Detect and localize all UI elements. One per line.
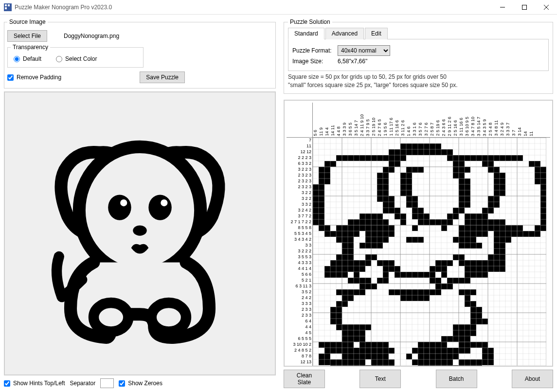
svg-rect-97 <box>377 178 383 184</box>
svg-rect-233 <box>324 231 330 237</box>
show-hints-check[interactable]: Show Hints Top/Left <box>4 380 65 387</box>
svg-rect-381 <box>359 289 365 295</box>
separator-input[interactable] <box>100 378 114 388</box>
svg-rect-149 <box>488 202 494 208</box>
svg-rect-380 <box>354 289 359 295</box>
tab-edit[interactable]: Edit <box>365 28 388 39</box>
svg-rect-374 <box>435 284 441 289</box>
select-file-button[interactable]: Select File <box>7 30 47 42</box>
svg-rect-69 <box>319 167 324 173</box>
close-button[interactable] <box>535 0 557 15</box>
svg-rect-275 <box>348 243 354 249</box>
svg-rect-503 <box>424 354 430 359</box>
svg-rect-428 <box>470 324 476 330</box>
svg-rect-417 <box>476 319 482 324</box>
svg-rect-56 <box>505 155 511 161</box>
svg-rect-520 <box>377 359 383 365</box>
svg-rect-31 <box>435 149 441 155</box>
svg-rect-518 <box>359 359 365 365</box>
svg-rect-137 <box>465 196 470 202</box>
remove-padding-check[interactable]: Remove Padding <box>7 74 61 81</box>
svg-rect-243 <box>389 231 395 237</box>
show-zeroes-check[interactable]: Show Zeroes <box>119 380 162 387</box>
svg-rect-36 <box>348 155 354 161</box>
tab-standard[interactable]: Standard <box>288 28 324 39</box>
svg-rect-183 <box>319 219 324 225</box>
clean-slate-button[interactable]: Clean Slate <box>284 370 325 388</box>
svg-rect-276 <box>359 243 365 249</box>
svg-rect-22 <box>435 143 441 149</box>
svg-rect-499 <box>377 354 383 359</box>
svg-rect-402 <box>336 301 342 307</box>
svg-rect-296 <box>459 254 465 260</box>
svg-rect-247 <box>476 231 482 237</box>
svg-rect-393 <box>470 289 476 295</box>
svg-rect-228 <box>505 225 511 231</box>
svg-rect-522 <box>389 359 395 365</box>
svg-rect-464 <box>470 342 476 348</box>
svg-rect-224 <box>482 225 488 231</box>
svg-rect-161 <box>482 208 488 214</box>
svg-rect-2 <box>8 4 10 6</box>
svg-rect-528 <box>441 359 447 365</box>
svg-rect-61 <box>389 161 395 167</box>
tab-advanced[interactable]: Advanced <box>325 28 364 39</box>
svg-rect-386 <box>412 289 418 295</box>
svg-rect-229 <box>511 225 517 231</box>
svg-rect-218 <box>412 225 418 231</box>
svg-rect-262 <box>377 237 383 243</box>
svg-rect-320 <box>500 260 505 266</box>
svg-rect-250 <box>500 231 505 237</box>
svg-rect-107 <box>313 184 319 190</box>
svg-rect-37 <box>354 155 359 161</box>
svg-rect-340 <box>500 266 505 272</box>
size-value: 6,58"x7,66" <box>338 58 367 65</box>
svg-rect-208 <box>336 225 342 231</box>
svg-rect-418 <box>482 319 488 324</box>
svg-rect-133 <box>389 196 395 202</box>
svg-rect-20 <box>424 143 430 149</box>
svg-rect-215 <box>377 225 383 231</box>
svg-point-8 <box>79 147 200 274</box>
svg-rect-136 <box>459 196 465 202</box>
svg-rect-47 <box>453 155 459 161</box>
svg-rect-25 <box>400 149 406 155</box>
svg-rect-180 <box>482 214 488 219</box>
tab-body: Puzzle Format: 40x40 normal Image Size: … <box>288 39 549 71</box>
about-button[interactable]: About <box>512 370 553 388</box>
svg-rect-462 <box>459 342 465 348</box>
svg-rect-365 <box>430 278 435 284</box>
svg-rect-222 <box>470 225 476 231</box>
svg-rect-291 <box>342 254 348 260</box>
minimize-button[interactable] <box>491 0 513 15</box>
svg-rect-166 <box>359 214 365 219</box>
svg-rect-210 <box>348 225 354 231</box>
svg-rect-281 <box>465 243 470 249</box>
svg-rect-176 <box>453 214 459 219</box>
svg-rect-206 <box>319 225 324 231</box>
svg-rect-329 <box>389 266 395 272</box>
svg-rect-399 <box>418 295 424 301</box>
svg-rect-106 <box>540 178 546 184</box>
radio-default[interactable]: Default <box>14 55 41 62</box>
radio-select-color[interactable]: Select Color <box>56 55 97 62</box>
svg-rect-238 <box>354 231 359 237</box>
svg-rect-432 <box>359 330 365 336</box>
svg-rect-330 <box>395 266 400 272</box>
svg-rect-467 <box>324 348 330 354</box>
batch-button[interactable]: Batch <box>436 370 477 388</box>
save-puzzle-button[interactable]: Save Puzzle <box>140 71 185 83</box>
text-button[interactable]: Text <box>359 370 401 388</box>
svg-rect-485 <box>447 348 453 354</box>
svg-rect-517 <box>354 359 359 365</box>
svg-rect-257 <box>336 237 342 243</box>
svg-rect-62 <box>395 161 400 167</box>
svg-rect-90 <box>459 173 465 178</box>
svg-rect-454 <box>371 342 377 348</box>
svg-rect-23 <box>389 149 395 155</box>
svg-rect-339 <box>494 266 500 272</box>
svg-rect-323 <box>336 266 342 272</box>
format-select[interactable]: 40x40 normal <box>338 45 390 56</box>
svg-rect-265 <box>412 237 418 243</box>
maximize-button[interactable] <box>513 0 535 15</box>
